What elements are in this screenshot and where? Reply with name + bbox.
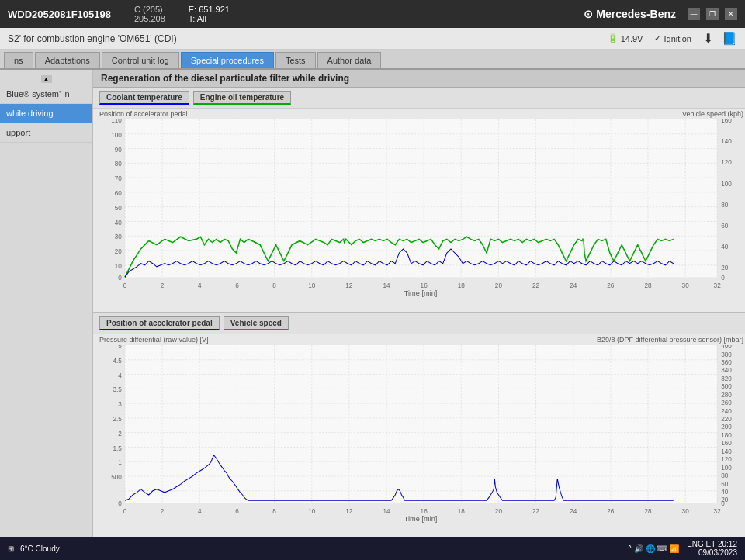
sidebar: ▲ Blue® system' in while driving upport xyxy=(0,70,93,537)
svg-text:140: 140 xyxy=(721,448,732,455)
book-icon[interactable]: 📘 xyxy=(722,32,737,45)
svg-text:2: 2 xyxy=(161,507,165,514)
svg-text:140: 140 xyxy=(721,138,732,145)
chart2-legend: Position of accelerator pedal Vehicle sp… xyxy=(93,313,745,334)
svg-text:50: 50 xyxy=(115,205,123,212)
taskbar-right: ^ 🔊 🌐 ⌨ 📶 ENG ET 20:12 09/03/2023 xyxy=(628,540,737,557)
tab-control-unit-log[interactable]: Control unit log xyxy=(102,52,179,68)
chart2-wrapper: Pressure differential (raw value) [V] B2… xyxy=(93,334,745,538)
svg-text:60: 60 xyxy=(721,480,729,487)
tab-special-procedures[interactable]: Special procedures xyxy=(181,52,274,68)
chart1-svg: 110 100 90 80 70 60 50 40 30 20 10 0 160… xyxy=(93,119,745,298)
tab-tests[interactable]: Tests xyxy=(275,52,316,68)
svg-text:90: 90 xyxy=(115,147,123,154)
svg-text:40: 40 xyxy=(721,488,729,495)
svg-text:280: 280 xyxy=(721,391,732,398)
cnum-label: C (205) 205.208 xyxy=(134,5,165,23)
chart1-legend: Coolant temperature Engine oil temperatu… xyxy=(93,88,745,109)
svg-text:10: 10 xyxy=(308,507,316,514)
svg-text:4: 4 xyxy=(198,282,202,289)
tab-adaptations[interactable]: Adaptations xyxy=(35,52,100,68)
svg-text:8: 8 xyxy=(272,282,276,289)
sidebar-item-while-driving[interactable]: while driving xyxy=(0,104,92,123)
svg-text:1.5: 1.5 xyxy=(113,444,122,451)
svg-text:80: 80 xyxy=(721,472,729,479)
sidebar-item-blue-system[interactable]: Blue® system' in xyxy=(0,85,92,104)
svg-text:26: 26 xyxy=(607,507,615,514)
download-icon[interactable]: ⬇ xyxy=(703,32,713,45)
subtitle-right: 🔋 14.9V ✓ Ignition ⬇ 📘 xyxy=(608,31,737,46)
chart2-section: Position of accelerator pedal Vehicle sp… xyxy=(93,313,745,538)
svg-text:1: 1 xyxy=(118,459,122,466)
chart-area: Regeneration of the diesel particulate f… xyxy=(93,70,745,537)
legend-vehicle-speed[interactable]: Vehicle speed xyxy=(224,316,289,330)
svg-text:40: 40 xyxy=(721,244,729,251)
chart2-y-left-label: Pressure differential (raw value) [V] xyxy=(99,336,208,344)
svg-text:0: 0 xyxy=(721,274,725,281)
svg-text:380: 380 xyxy=(721,351,732,358)
svg-text:6: 6 xyxy=(235,507,239,514)
legend-coolant-temp[interactable]: Coolant temperature xyxy=(99,91,189,105)
svg-text:8: 8 xyxy=(272,507,276,514)
svg-text:3.5: 3.5 xyxy=(113,386,122,393)
chart2-svg: 5 4.5 4 3.5 3 2.5 2 1.5 1 500 0 400 380 … xyxy=(93,345,745,524)
svg-text:14: 14 xyxy=(383,507,390,514)
taskbar-time: ENG ET 20:12 09/03/2023 xyxy=(687,540,737,557)
svg-text:18: 18 xyxy=(458,282,466,289)
svg-text:500: 500 xyxy=(111,474,122,481)
svg-text:2.5: 2.5 xyxy=(113,415,122,422)
svg-text:30: 30 xyxy=(682,282,690,289)
minimize-button[interactable]: — xyxy=(688,8,700,20)
svg-text:360: 360 xyxy=(721,358,732,365)
taskbar-left: ⊞ 6°C Cloudy xyxy=(8,544,60,553)
sidebar-scroll-up[interactable]: ▲ xyxy=(41,75,52,83)
svg-text:220: 220 xyxy=(721,415,732,422)
taskbar: ⊞ 6°C Cloudy ^ 🔊 🌐 ⌨ 📶 ENG ET 20:12 09/0… xyxy=(0,537,745,560)
sidebar-item-support[interactable]: upport xyxy=(0,123,92,143)
chart1-section: Coolant temperature Engine oil temperatu… xyxy=(93,88,745,313)
vin-label: WDD2052081F105198 xyxy=(8,9,111,20)
svg-text:40: 40 xyxy=(115,220,123,226)
svg-text:0: 0 xyxy=(118,500,122,506)
window-controls[interactable]: — ❐ ✕ xyxy=(688,8,737,20)
engine-trans-label: E: 651.921 T: All xyxy=(189,5,230,23)
svg-text:18: 18 xyxy=(458,507,466,514)
subtitle-title: S2' for combustion engine 'OM651' (CDI) xyxy=(8,33,177,44)
svg-text:0: 0 xyxy=(721,500,725,506)
svg-text:110: 110 xyxy=(111,119,122,124)
main-content: ▲ Blue® system' in while driving upport … xyxy=(0,70,745,537)
battery-icon: 🔋 xyxy=(608,33,619,43)
svg-text:10: 10 xyxy=(308,282,316,289)
svg-text:22: 22 xyxy=(532,282,540,289)
tab-bar: ns Adaptations Control unit log Special … xyxy=(0,50,745,70)
svg-text:4: 4 xyxy=(118,372,122,379)
svg-text:120: 120 xyxy=(721,159,732,166)
svg-text:300: 300 xyxy=(721,383,732,390)
restore-button[interactable]: ❐ xyxy=(706,8,719,20)
tab-ns[interactable]: ns xyxy=(4,52,33,68)
svg-text:24: 24 xyxy=(570,282,577,289)
titlebar-right: ⊙ Mercedes-Benz — ❐ ✕ xyxy=(584,8,737,20)
tab-author-data[interactable]: Author data xyxy=(317,52,382,68)
svg-text:60: 60 xyxy=(115,190,123,197)
ignition-indicator: ✓ Ignition xyxy=(654,33,691,43)
svg-text:32: 32 xyxy=(714,282,722,289)
taskbar-time-label: ENG ET 20:12 xyxy=(687,540,737,548)
taskbar-icon1: ⊞ xyxy=(8,544,14,553)
svg-text:28: 28 xyxy=(644,282,652,289)
subtitlebar: S2' for combustion engine 'OM651' (CDI) … xyxy=(0,28,745,50)
svg-text:3: 3 xyxy=(118,401,122,408)
close-button[interactable]: ✕ xyxy=(725,8,737,20)
legend-accel-pedal[interactable]: Position of accelerator pedal xyxy=(99,316,220,330)
taskbar-date-label: 09/03/2023 xyxy=(687,548,737,557)
titlebar: WDD2052081F105198 C (205) 205.208 E: 651… xyxy=(0,0,745,28)
svg-text:26: 26 xyxy=(607,282,615,289)
svg-text:0: 0 xyxy=(118,274,122,281)
chart1-y-left-label: Position of accelerator pedal xyxy=(99,110,188,118)
toolbar-icons[interactable]: ⬇ 📘 xyxy=(703,31,737,46)
legend-engine-oil-temp[interactable]: Engine oil temperature xyxy=(193,91,291,105)
svg-text:10: 10 xyxy=(115,263,123,270)
svg-text:5: 5 xyxy=(118,345,122,350)
svg-text:22: 22 xyxy=(532,507,540,514)
svg-text:100: 100 xyxy=(721,464,732,471)
